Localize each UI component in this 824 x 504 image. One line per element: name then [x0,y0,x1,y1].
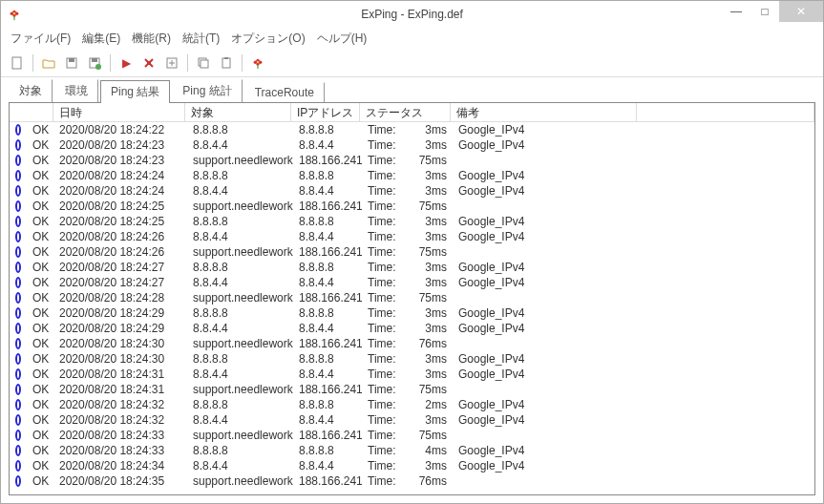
th-remarks[interactable]: 備考 [451,103,637,121]
status-ring-icon [10,307,27,319]
cell-datetime: 2020/08/20 18:24:25 [53,200,187,213]
menu-edit[interactable]: 編集(E) [76,29,126,49]
cell-ip: 8.8.4.4 [293,138,362,152]
table-row[interactable]: OK2020/08/20 18:24:328.8.4.48.8.4.4Time:… [10,412,814,428]
table-row[interactable]: OK2020/08/20 18:24:278.8.8.88.8.8.8Time:… [10,260,814,275]
cell-ok: OK [27,261,53,274]
cell-datetime: 2020/08/20 18:24:24 [53,184,187,198]
status-ring-icon [10,353,27,365]
cell-remarks: Google_IPv4 [453,276,639,289]
th-status-icon[interactable] [10,103,53,121]
cell-ip: 188.166.241.... [293,383,362,396]
cell-ip: 188.166.241.... [293,429,362,442]
tab-ping-result[interactable]: Ping 結果 [100,80,170,103]
cell-time-value: 75ms [410,245,453,259]
table-row[interactable]: OK2020/08/20 18:24:25support.needlework.… [10,199,814,214]
close-button[interactable]: ✕ [779,1,823,22]
cell-time-label: Time: [362,337,410,350]
cell-time-label: Time: [362,261,410,274]
save-icon[interactable] [61,52,82,74]
table-row[interactable]: OK2020/08/20 18:24:248.8.4.48.8.4.4Time:… [10,183,814,199]
cell-ip: 188.166.241.... [293,245,362,259]
table-row[interactable]: OK2020/08/20 18:24:33support.needlework.… [10,428,814,443]
table-row[interactable]: OK2020/08/20 18:24:30support.needlework.… [10,336,814,351]
cell-target: support.needlework.jp [187,383,293,396]
table-row[interactable]: OK2020/08/20 18:24:248.8.8.88.8.8.8Time:… [10,168,814,183]
table-row[interactable]: OK2020/08/20 18:24:278.8.4.48.8.4.4Time:… [10,275,814,290]
minimize-button[interactable]: — [722,1,750,22]
table-row[interactable]: OK2020/08/20 18:24:298.8.4.48.8.4.4Time:… [10,321,814,336]
table-row[interactable]: OK2020/08/20 18:24:338.8.8.88.8.8.8Time:… [10,443,814,458]
th-ip[interactable]: IPアドレス [291,103,360,121]
cell-target: support.needlework.jp [187,429,293,442]
table-row[interactable]: OK2020/08/20 18:24:318.8.4.48.8.4.4Time:… [10,367,814,382]
th-status[interactable]: ステータス [360,103,451,121]
table-row[interactable]: OK2020/08/20 18:24:258.8.8.88.8.8.8Time:… [10,214,814,229]
save-as-icon[interactable] [84,52,105,74]
cell-datetime: 2020/08/20 18:24:28 [53,291,187,304]
table-row[interactable]: OK2020/08/20 18:24:328.8.8.88.8.8.8Time:… [10,397,814,412]
menu-function[interactable]: 機能(R) [126,29,177,49]
cell-time-value: 3ms [410,261,453,274]
table-row[interactable]: OK2020/08/20 18:24:31support.needlework.… [10,382,814,397]
table-row[interactable]: OK2020/08/20 18:24:238.8.4.48.8.4.4Time:… [10,137,814,153]
th-target[interactable]: 対象 [185,103,291,121]
th-empty[interactable] [637,103,814,121]
table-row[interactable]: OK2020/08/20 18:24:26support.needlework.… [10,244,814,260]
tab-target[interactable]: 対象 [9,79,53,102]
cell-time-value: 3ms [410,368,453,381]
table-row[interactable]: OK2020/08/20 18:24:348.8.4.48.8.4.4Time:… [10,458,814,473]
status-ring-icon [10,185,27,197]
cell-ok: OK [27,154,53,167]
tab-environment[interactable]: 環境 [54,79,98,102]
cell-target: support.needlework.jp [187,291,293,304]
menu-statistics[interactable]: 統計(T) [177,29,225,49]
svg-rect-5 [13,16,14,20]
cell-target: 8.8.4.4 [187,459,293,472]
cell-time-label: Time: [362,368,410,381]
maximize-button[interactable]: □ [750,1,779,22]
cell-time-label: Time: [362,276,410,289]
cell-time-label: Time: [362,474,410,488]
export-icon[interactable] [161,52,182,74]
stop-icon[interactable] [138,52,159,74]
menu-help[interactable]: ヘルプ(H) [311,29,373,49]
cell-datetime: 2020/08/20 18:24:30 [53,337,187,350]
table-row[interactable]: OK2020/08/20 18:24:35support.needlework.… [10,473,814,489]
menu-file[interactable]: ファイル(F) [5,29,76,49]
status-ring-icon [10,338,27,349]
open-file-icon[interactable] [38,52,59,74]
table-row[interactable]: OK2020/08/20 18:24:228.8.8.88.8.8.8Time:… [10,122,814,137]
th-datetime[interactable]: 日時 [53,103,185,121]
paste-icon[interactable] [216,52,237,74]
cell-ok: OK [27,169,53,182]
table-row[interactable]: OK2020/08/20 18:24:23support.needlework.… [10,153,814,168]
cell-ok: OK [27,276,53,289]
cell-remarks: Google_IPv4 [453,413,639,427]
cell-datetime: 2020/08/20 18:24:22 [53,123,187,136]
cell-datetime: 2020/08/20 18:24:32 [53,413,187,427]
cell-target: 8.8.8.8 [187,169,293,182]
status-ring-icon [10,414,27,426]
cell-datetime: 2020/08/20 18:24:27 [53,276,187,289]
table-body[interactable]: OK2020/08/20 18:24:228.8.8.88.8.8.8Time:… [10,122,814,494]
status-ring-icon [10,139,27,151]
run-icon[interactable]: ▶ [116,52,137,74]
cell-remarks: Google_IPv4 [453,261,639,274]
table-row[interactable]: OK2020/08/20 18:24:268.8.4.48.8.4.4Time:… [10,229,814,244]
table-row[interactable]: OK2020/08/20 18:24:28support.needlework.… [10,290,814,305]
cell-target: support.needlework.jp [187,154,293,167]
table-row[interactable]: OK2020/08/20 18:24:308.8.8.88.8.8.8Time:… [10,351,814,367]
cell-time-value: 3ms [410,123,453,136]
status-ring-icon [10,445,27,456]
about-icon[interactable] [247,52,268,74]
menu-option[interactable]: オプション(O) [225,29,310,49]
tab-ping-statistics[interactable]: Ping 統計 [172,79,242,102]
cell-time-label: Time: [362,184,410,198]
table-row[interactable]: OK2020/08/20 18:24:298.8.8.88.8.8.8Time:… [10,305,814,321]
tab-traceroute[interactable]: TraceRoute [244,82,325,102]
svg-rect-12 [147,61,151,65]
status-ring-icon [10,323,27,334]
new-file-icon[interactable] [7,52,28,74]
copy-icon[interactable] [193,52,214,74]
